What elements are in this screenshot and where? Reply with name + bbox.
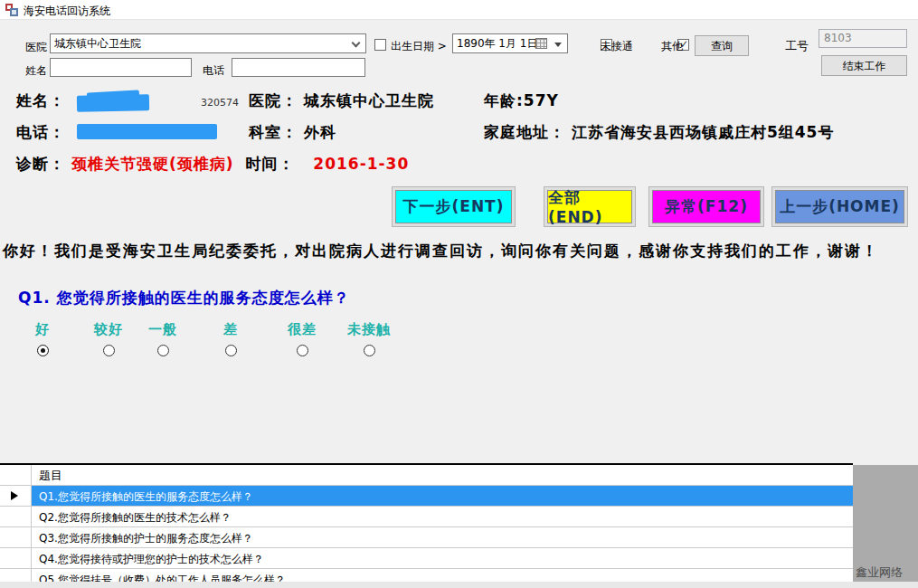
patient-dept-line: 科室： 外科 [249,122,336,143]
patient-hospital-line: 医院： 城东镇中心卫生院 [249,90,434,111]
patient-age: 年龄:57Y [484,90,559,111]
question-grid: 题目 Q1.您觉得所接触的医生的服务态度怎么样？Q2.您觉得所接触的医生的技术怎… [0,463,853,582]
patient-hospital-label: 医院： [249,91,298,109]
current-row-arrow-icon [11,491,18,500]
hospital-select-value: 城东镇中心卫生院 [54,37,141,50]
date-picker-value: 1890年 1月 1日 [457,37,537,50]
grid-row-4[interactable]: Q4.您觉得接待或护理您的护士的技术怎么样？ [0,548,853,569]
time-label: 时间： [245,155,294,173]
action-button-3[interactable]: 异常(F12) [652,190,761,223]
option-label: 好 [6,321,79,338]
grid-row-1[interactable]: Q1.您觉得所接触的医生的服务态度怎么样？ [0,486,853,507]
title-bar: 海安电话回访系统 [0,0,918,20]
option-radio[interactable] [297,345,308,356]
search-phone-input[interactable] [232,58,365,77]
birthdate-label: 出生日期 > [391,39,447,54]
action-button-row: 下一步(ENT)全部(END)异常(F12)上一步(HOME) [0,186,918,229]
action-button-1[interactable]: 下一步(ENT) [395,190,512,223]
patient-dept-value: 外科 [304,123,336,141]
option-label: 一般 [127,321,199,338]
grid-row-5[interactable]: Q5.您觉得挂号（收费）处的工作人员服务怎么样？ [0,569,853,582]
patient-name-label: 姓名： [16,90,65,111]
patient-dept-label: 科室： [249,123,298,141]
option-radio[interactable] [37,345,49,356]
not-connected-label: 未接通 [601,39,633,54]
radio-dot-icon [41,348,45,353]
grid-side-panel: 鑫业网络 [853,465,918,582]
action-button-frame: 上一步(HOME) [771,186,908,227]
option-4: 差 [194,321,267,356]
hospital-select[interactable]: 城东镇中心卫生院 [50,33,366,53]
hospital-label: 医院 [25,40,47,55]
search-phone-label: 电话 [203,63,224,79]
grid-row-question[interactable]: Q3.您觉得所接触的护士的服务态度怎么样？ [32,527,853,547]
option-label: 未接触 [333,321,405,338]
option-radio[interactable] [225,345,237,356]
question-title: Q1. 您觉得所接触的医生的服务态度怎么样？ [18,288,350,308]
action-button-4[interactable]: 上一步(HOME) [775,190,904,223]
option-5: 很差 [266,321,338,356]
option-label: 差 [194,321,267,338]
patient-address-label: 家庭地址： [484,123,565,141]
grid-row-selector[interactable] [0,486,32,506]
options-row: 好较好一般差很差未接触 [0,321,470,362]
grid-row-question[interactable]: Q5.您觉得挂号（收费）处的工作人员服务怎么样？ [32,569,853,582]
patient-address-value: 江苏省海安县西场镇戚庄村5组45号 [572,123,835,141]
search-name-label: 姓名 [25,63,47,79]
app-icon [5,4,19,17]
grid-header-row: 题目 [0,465,853,486]
grid-row-selector[interactable] [0,548,32,568]
grid-header-title: 题目 [32,465,853,485]
grid-selector-header [0,465,32,485]
diagnosis-label: 诊断： [16,155,65,173]
option-radio[interactable] [103,345,115,356]
diagnosis-line: 诊断： 颈椎关节强硬(颈椎病) 时间： 2016-1-30 [16,154,409,175]
birthdate-checkbox[interactable] [374,39,386,51]
search-name-input[interactable] [50,58,192,77]
query-button[interactable]: 查询 [695,35,749,56]
other-label: 其他 [661,39,683,54]
option-radio[interactable] [157,345,169,356]
grid-row-selector[interactable] [0,507,32,526]
action-button-2[interactable]: 全部(END) [547,190,632,223]
grid-row-question[interactable]: Q4.您觉得接待或护理您的护士的技术怎么样？ [32,548,853,568]
diagnosis-value: 颈椎关节强硬(颈椎病) [71,155,234,173]
vendor-watermark: 鑫业网络 [856,564,903,581]
calendar-icon [535,38,547,49]
patient-hospital-value: 城东镇中心卫生院 [304,91,434,109]
action-button-frame: 下一步(ENT) [392,186,516,227]
grid-row-question[interactable]: Q2.您觉得所接触的医生的技术怎么样？ [32,507,853,526]
option-6: 未接触 [333,321,405,356]
patient-phone-redaction [77,124,217,139]
option-1: 好 [6,321,79,356]
chevron-down-icon [352,39,361,48]
time-value: 2016-1-30 [313,155,409,173]
window-bottom-edge [0,582,918,588]
grid-row-selector[interactable] [0,569,32,582]
worker-id-field: 8103 [819,29,907,48]
grid-row-2[interactable]: Q2.您觉得所接触的医生的技术怎么样？ [0,507,853,527]
grid-row-question[interactable]: Q1.您觉得所接触的医生的服务态度怎么样？ [32,486,853,506]
patient-record-number: 320574 [201,97,239,109]
option-radio[interactable] [364,345,375,356]
window-title: 海安电话回访系统 [24,4,110,19]
grid-row-selector[interactable] [0,527,32,547]
action-button-frame: 全部(END) [544,186,636,227]
option-label: 很差 [266,321,338,338]
worker-id-label: 工号 [785,38,809,54]
action-button-frame: 异常(F12) [648,186,764,227]
grid-row-3[interactable]: Q3.您觉得所接触的护士的服务态度怎么样？ [0,527,853,548]
greeting-text: 你好！我们是受海安卫生局纪委委托，对出院病人进行调查回访，询问你有关问题，感谢你… [3,241,879,261]
date-dropdown-arrow-icon[interactable] [554,43,562,47]
date-picker[interactable]: 1890年 1月 1日 [452,33,568,53]
patient-address-line: 家庭地址： 江苏省海安县西场镇戚庄村5组45号 [484,122,834,143]
end-work-button[interactable]: 结束工作 [821,55,907,76]
option-3: 一般 [127,321,199,356]
patient-phone-label: 电话： [16,122,65,143]
